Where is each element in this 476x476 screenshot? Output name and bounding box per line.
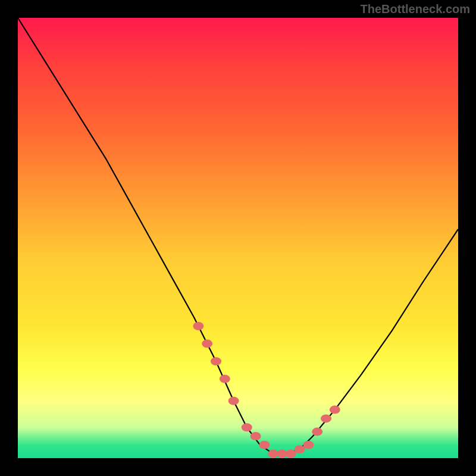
marker-point (295, 445, 305, 453)
marker-point (211, 357, 221, 365)
marker-point (228, 397, 239, 405)
marker-point (259, 441, 270, 449)
marker-point (193, 322, 203, 330)
marker-point (330, 406, 340, 414)
marker-point (220, 375, 230, 383)
watermark-text: TheBottleneck.com (361, 2, 470, 16)
plot-area (18, 18, 458, 458)
marker-point (242, 423, 252, 431)
marker-points (193, 322, 340, 458)
marker-point (250, 432, 261, 440)
marker-point (202, 340, 212, 348)
chart-container: TheBottleneck.com (0, 0, 476, 476)
bottleneck-curve (18, 18, 458, 454)
marker-point (312, 428, 322, 436)
curve-svg (18, 18, 458, 458)
marker-point (286, 450, 296, 458)
marker-point (321, 414, 331, 422)
marker-point (303, 441, 314, 449)
